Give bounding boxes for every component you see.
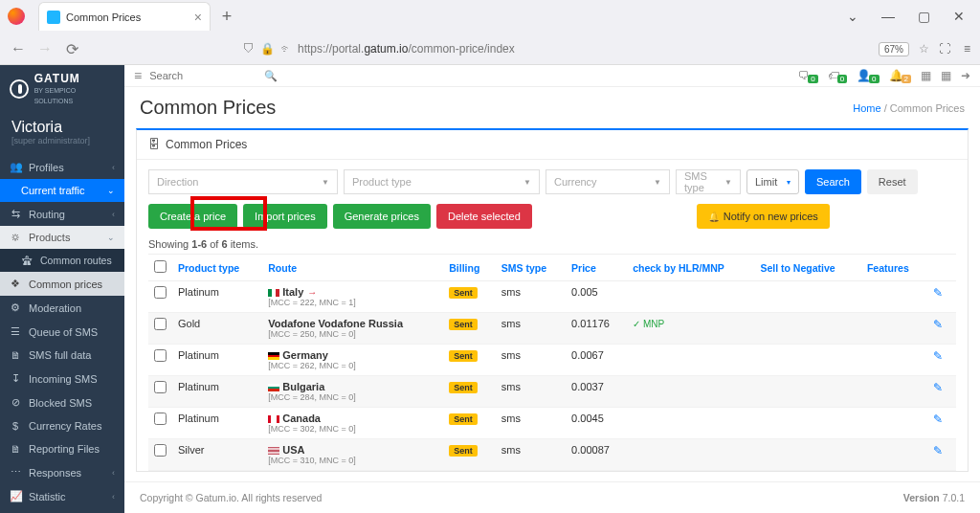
zoom-badge[interactable]: 67% <box>879 42 909 56</box>
back-button[interactable]: ← <box>10 40 27 57</box>
sidebar-item-products[interactable]: ⛭ Products ⌄ <box>0 226 124 249</box>
sidebar-item-queue-sms[interactable]: ☰ Queue of SMS <box>0 320 124 344</box>
cell-price: 0.0045 <box>566 408 627 439</box>
flag-icon <box>268 384 279 391</box>
chevron-down-icon[interactable]: ⌄ <box>847 9 858 24</box>
col-product-type[interactable]: Product type <box>172 255 262 281</box>
notify-button[interactable]: Notify on new prices <box>697 204 830 229</box>
sidebar-item-sms-full-data[interactable]: 🗎 SMS full data <box>0 344 124 367</box>
select-all-checkbox[interactable] <box>148 255 172 281</box>
hlr-check: ✓ MNP <box>633 319 664 329</box>
sidebar-item-current-traffic[interactable]: Current traffic ⌄ <box>0 179 124 202</box>
prices-icon: ❖ <box>10 278 21 290</box>
notification-icon-1[interactable]: 🗨0 <box>798 69 817 82</box>
breadcrumb-home[interactable]: Home <box>853 102 880 114</box>
routes-icon: 🛣 <box>21 255 33 266</box>
notification-icon-2[interactable]: 🏷0 <box>828 69 847 82</box>
sidebar-item-common-routes[interactable]: 🛣 Common routes <box>0 249 124 272</box>
billing-badge: Sent <box>449 319 478 330</box>
arrow-icon[interactable]: → <box>307 287 317 298</box>
menu-toggle-icon[interactable]: ≡ <box>134 68 142 83</box>
bookmark-icon[interactable]: ☆ <box>919 42 929 56</box>
grid-icon[interactable]: ▦ <box>941 69 951 82</box>
sms-type-select[interactable]: SMS type▼ <box>676 169 741 194</box>
notification-icon-4[interactable]: 🔔2 <box>889 69 911 82</box>
maximize-icon[interactable]: ▢ <box>918 9 930 24</box>
cell-product: Platinum <box>172 281 262 313</box>
logout-icon[interactable]: ➜ <box>961 69 970 82</box>
row-checkbox[interactable] <box>154 381 167 393</box>
sidebar-item-common-prices[interactable]: ❖ Common prices <box>0 272 124 296</box>
col-sell-negative[interactable]: Sell to Negative <box>754 255 861 281</box>
address-bar[interactable]: ⛉ 🔒 ᯤ https://portal.gatum.io/common-pri… <box>90 42 869 56</box>
forward-button: → <box>36 40 54 57</box>
incoming-icon: ↧ <box>10 372 21 385</box>
flag-icon[interactable]: ▦ <box>921 69 931 82</box>
row-checkbox[interactable] <box>154 413 167 425</box>
generate-prices-button[interactable]: Generate prices <box>333 204 431 229</box>
table-row: Gold Vodafone Vodafone Russia [MCC = 250… <box>148 313 956 345</box>
profiles-icon: 👥 <box>10 161 21 173</box>
minimize-icon[interactable]: — <box>881 9 895 24</box>
row-checkbox[interactable] <box>154 444 167 457</box>
menu-icon[interactable]: ≡ <box>964 42 970 56</box>
col-billing[interactable]: Billing <box>443 255 496 281</box>
col-route[interactable]: Route <box>262 255 443 281</box>
cell-product: Gold <box>172 313 262 345</box>
sidebar-item-currency-rates[interactable]: $ Currency Rates <box>0 414 124 437</box>
close-window-icon[interactable]: ✕ <box>953 9 965 24</box>
new-tab-button[interactable]: + <box>214 4 239 29</box>
edit-icon[interactable]: ✎ <box>933 381 943 394</box>
row-checkbox[interactable] <box>154 318 167 330</box>
sidebar: GATUM BY SEMPICO SOLUTIONS Victoria [sup… <box>0 65 124 513</box>
reload-button[interactable]: ⟳ <box>63 40 80 58</box>
row-checkbox[interactable] <box>154 286 167 299</box>
cell-route: Germany [MCC = 262, MNC = 0] <box>262 345 443 376</box>
search-input[interactable] <box>149 70 216 81</box>
sidebar-item-moderation[interactable]: ⚙ Moderation <box>0 296 124 320</box>
billing-badge: Sent <box>449 287 478 299</box>
sidebar-item-routing[interactable]: ⇆ Routing ‹ <box>0 202 124 226</box>
notification-icon-3[interactable]: 👤0 <box>857 69 879 82</box>
brand-logo: GATUM BY SEMPICO SOLUTIONS <box>0 65 124 113</box>
sidebar-item-blocked-sms[interactable]: ⊘ Blocked SMS <box>0 390 124 414</box>
sidebar-item-incoming-sms[interactable]: ↧ Incoming SMS <box>0 367 124 390</box>
brand-name: GATUM <box>34 72 80 85</box>
table-row: Platinum Canada [MCC = 302, MNC = 0] Sen… <box>148 408 956 439</box>
import-prices-button[interactable]: Import prices <box>243 204 327 229</box>
reset-button[interactable]: Reset <box>867 169 918 194</box>
edit-icon[interactable]: ✎ <box>933 349 943 363</box>
delete-selected-button[interactable]: Delete selected <box>436 204 532 229</box>
search-icon[interactable]: 🔍 <box>264 70 278 82</box>
cell-sms: sms <box>496 408 566 439</box>
row-checkbox[interactable] <box>154 349 167 362</box>
search-button[interactable]: Search <box>805 169 861 194</box>
sidebar-item-responses[interactable]: ⋯ Responses ‹ <box>0 460 124 484</box>
col-price[interactable]: Price <box>566 255 627 281</box>
sidebar-item-statistic[interactable]: 📈 Statistic ‹ <box>0 484 124 508</box>
chevron-left-icon: ‹ <box>112 163 115 172</box>
sidebar-item-reporting-files[interactable]: 🗎 Reporting Files <box>0 437 124 460</box>
col-sms-type[interactable]: SMS type <box>496 255 566 281</box>
currency-select[interactable]: Currency▼ <box>546 169 670 194</box>
close-icon[interactable]: × <box>194 10 202 25</box>
edit-icon[interactable]: ✎ <box>933 413 943 426</box>
chevron-left-icon: ‹ <box>112 210 115 219</box>
pocket-icon[interactable]: ⛶ <box>939 42 950 56</box>
copyright: Copyright © Gatum.io. All rights reserve… <box>140 492 322 503</box>
edit-icon[interactable]: ✎ <box>933 286 943 300</box>
col-hlr[interactable]: check by HLR/MNP <box>627 255 754 281</box>
create-price-button[interactable]: Create a price <box>148 204 237 229</box>
browser-tab[interactable]: Common Prices × <box>38 2 211 31</box>
col-features[interactable]: Features <box>861 255 927 281</box>
routing-icon: ⇆ <box>10 208 21 220</box>
limit-select[interactable]: Limit▾ <box>746 169 799 194</box>
sidebar-item-profiles[interactable]: 👥 Profiles ‹ <box>0 155 124 179</box>
direction-select[interactable]: Direction▼ <box>148 169 338 194</box>
cell-price: 0.01176 <box>566 313 627 345</box>
brand-sub: BY SEMPICO SOLUTIONS <box>34 87 76 104</box>
product-type-select[interactable]: Product type▼ <box>344 169 540 194</box>
chevron-left-icon: ‹ <box>112 468 115 478</box>
edit-icon[interactable]: ✎ <box>933 444 943 457</box>
edit-icon[interactable]: ✎ <box>933 318 943 331</box>
